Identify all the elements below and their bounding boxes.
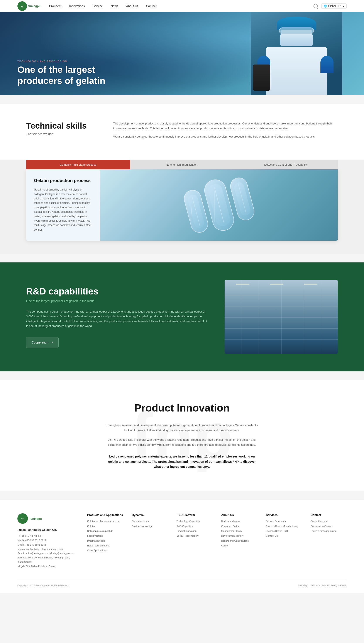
nav-link-about[interactable]: About us bbox=[126, 4, 138, 8]
footer-col-dynamic-title: Dynamic bbox=[132, 513, 168, 517]
tab-content-visual bbox=[100, 169, 338, 241]
rd-section: R&D capabilities One of the largest prod… bbox=[0, 262, 364, 371]
global-selector[interactable]: 🌐 Global · EN ▾ bbox=[321, 4, 346, 9]
separator-1 bbox=[0, 95, 364, 104]
product-innovation-desc-1: Through our research and development, we… bbox=[106, 423, 258, 433]
footer-link-process-rd[interactable]: Process Driven R&D bbox=[266, 529, 302, 533]
footer-link-service-processes[interactable]: Service Processes bbox=[266, 520, 302, 523]
separator-3 bbox=[0, 371, 364, 380]
arrow-icon: ↗ bbox=[50, 340, 53, 345]
footer-col-contact: Contact Contact Method Cooperation Conta… bbox=[311, 513, 346, 568]
globe-icon: 🌐 bbox=[324, 5, 327, 8]
footer-link-food-products[interactable]: Food Products bbox=[87, 534, 123, 537]
footer-link-honors[interactable]: Honors and Qualifications bbox=[221, 539, 257, 542]
footer-mobile-2: Mobile:+86-130 5886 1938 bbox=[18, 543, 74, 547]
footer-email: E-mail: sales@funingpu.com / yfnring@fun… bbox=[18, 551, 74, 556]
logo-text: funingpu bbox=[28, 4, 40, 8]
tab-detection[interactable]: Detection, Control and Traceability bbox=[234, 160, 338, 169]
footer-col-services-title: Services bbox=[266, 513, 302, 517]
product-innovation-title: Product Innovation bbox=[26, 402, 338, 414]
footer-link-dev-history[interactable]: Development History bbox=[221, 534, 257, 537]
footer-link-corp-culture[interactable]: Corporate Culture bbox=[221, 525, 257, 528]
logo[interactable]: fnp funingpu bbox=[18, 1, 40, 11]
footer-col-products: Products and Applications Gelatin for ph… bbox=[87, 513, 123, 568]
separator-4 bbox=[0, 491, 364, 500]
footer-link-career[interactable]: Career bbox=[221, 544, 257, 547]
footer-col-about: About Us Understanding us Corporate Cult… bbox=[221, 513, 257, 568]
global-label: Global · EN bbox=[328, 5, 342, 8]
tech-skills-title: Technical skills bbox=[26, 121, 87, 131]
cooperation-label: Cooperation bbox=[32, 341, 48, 344]
tech-skills-desc-1: The development of new products is close… bbox=[113, 121, 338, 131]
footer-columns: Products and Applications Gelatin for ph… bbox=[87, 513, 346, 568]
footer-col-products-title: Products and Applications bbox=[87, 513, 123, 517]
search-icon[interactable] bbox=[314, 4, 318, 8]
tech-skills-right: The development of new products is close… bbox=[113, 121, 338, 143]
nav-link-news[interactable]: News bbox=[111, 4, 118, 8]
footer-top: fnp funingpu Fujian Fanningpu Gelatin Co… bbox=[18, 513, 346, 568]
footer-sitemap[interactable]: Site Map bbox=[298, 584, 307, 587]
footer-link-understanding[interactable]: Understanding us bbox=[221, 520, 257, 523]
hero-title: One of the largest producers of gelatin bbox=[18, 64, 106, 86]
hero-content: TECHNOLOGY AND PRODUCTION One of the lar… bbox=[18, 60, 106, 86]
nav-links: Proudect Innovations Service News About … bbox=[49, 4, 314, 8]
footer-tech-support[interactable]: Technical Support Policy Network bbox=[311, 584, 346, 587]
tabs-section: Complex multi-stage process No chemical … bbox=[0, 160, 364, 254]
footer-link-coop-contact[interactable]: Cooperation Contact bbox=[311, 525, 346, 528]
footer-link-other-apps[interactable]: Other Applications bbox=[87, 549, 123, 552]
rd-subtitle: One of the largest producers of gelatin … bbox=[26, 299, 207, 303]
footer-bottom-links: Site Map Technical Support Policy Networ… bbox=[298, 584, 346, 587]
tech-skills-desc-2: We are constantly doing our best to cont… bbox=[113, 134, 338, 139]
footer-link-contact-method[interactable]: Contact Method bbox=[311, 520, 346, 523]
footer-link-rd-cap[interactable]: R&D Capability bbox=[176, 525, 212, 528]
footer-contact-info: Tel: +86-577-88109980 Mobile:+86-136 882… bbox=[18, 534, 74, 568]
footer-copyright: Copyright©2022 Fanningpu All Rights Rese… bbox=[18, 584, 69, 587]
footer-logo-text: funingpu bbox=[30, 517, 42, 520]
tech-skills-section: Technical skills The science we use The … bbox=[0, 104, 364, 160]
footer-website: International website: https://funingpu.… bbox=[18, 547, 74, 551]
footer-link-collagen[interactable]: Collagen protein peptide bbox=[87, 529, 123, 533]
svg-text:fnp: fnp bbox=[21, 518, 24, 520]
footer-link-product-innov[interactable]: Product Innovation bbox=[176, 529, 212, 533]
footer-col-services: Services Service Processes Process Drive… bbox=[266, 513, 302, 568]
product-innovation-section: fnp Product Innovation Through our resea… bbox=[0, 380, 364, 491]
rd-left: R&D capabilities One of the largest prod… bbox=[26, 286, 207, 348]
footer-link-tech-cap[interactable]: Technology Capability bbox=[176, 520, 212, 523]
nav-link-service[interactable]: Service bbox=[92, 4, 103, 8]
tab-content: Gelatin production process Gelatin is ob… bbox=[26, 169, 338, 241]
footer-logo: fnp funingpu bbox=[18, 513, 74, 524]
nav-link-innovations[interactable]: Innovations bbox=[69, 4, 85, 8]
hero-image bbox=[251, 12, 342, 95]
tab-no-chemical[interactable]: No chemical modification. bbox=[130, 160, 234, 169]
cooperation-button[interactable]: Cooperation ↗ bbox=[26, 337, 58, 348]
footer-logo-icon: fnp bbox=[18, 513, 28, 524]
product-innovation-highlight: Led by renowned polymer material experts… bbox=[106, 454, 258, 469]
footer-mobile-1: Mobile:+86-136 8826 0222 bbox=[18, 538, 74, 543]
separator-2 bbox=[0, 254, 364, 262]
footer: fnp funingpu Fujian Fanningpu Gelatin Co… bbox=[0, 500, 364, 593]
footer-link-gelatin-pharma[interactable]: Gelatin for pharmaceutical use bbox=[87, 520, 123, 523]
footer-link-pharma[interactable]: Pharmaceuticals bbox=[87, 539, 123, 542]
rd-desc: The company has a gelatin production lin… bbox=[26, 309, 207, 328]
tab-complex-process[interactable]: Complex multi-stage process bbox=[26, 160, 130, 169]
footer-address-1: Address: No. 1-10, Wanpu Road, Taicheng … bbox=[18, 556, 74, 564]
footer-link-gelatin[interactable]: Gelatin bbox=[87, 525, 123, 528]
nav-link-products[interactable]: Proudect bbox=[49, 4, 62, 8]
footer-link-social-resp[interactable]: Social Responsibility bbox=[176, 534, 212, 537]
footer-bottom: Copyright©2022 Fanningpu All Rights Rese… bbox=[18, 579, 346, 587]
footer-link-leave-message[interactable]: Leave a message online bbox=[311, 529, 346, 533]
nav-link-contact[interactable]: Contact bbox=[146, 4, 156, 8]
navigation: fnp funingpu Proudect Innovations Servic… bbox=[0, 0, 364, 12]
footer-company-name: Fujian Fanningpu Gelatin Co. bbox=[18, 528, 74, 531]
capsule-visual bbox=[181, 171, 258, 239]
footer-link-process-mfg[interactable]: Process Driven Manufacturing bbox=[266, 525, 302, 528]
footer-link-product-knowledge[interactable]: Product Knowledge bbox=[132, 525, 168, 528]
footer-col-dynamic: Dynamic Company News Product Knowledge bbox=[132, 513, 168, 568]
footer-link-mgmt-team[interactable]: Management Team bbox=[221, 529, 257, 533]
footer-link-contact-us[interactable]: Contact Us bbox=[266, 534, 302, 537]
nav-right: 🌐 Global · EN ▾ bbox=[314, 4, 346, 9]
chevron-down-icon: ▾ bbox=[343, 5, 344, 8]
footer-link-healthcare[interactable]: Health care products bbox=[87, 544, 123, 547]
tab-content-title: Gelatin production process bbox=[34, 178, 92, 183]
footer-link-company-news[interactable]: Company News bbox=[132, 520, 168, 523]
